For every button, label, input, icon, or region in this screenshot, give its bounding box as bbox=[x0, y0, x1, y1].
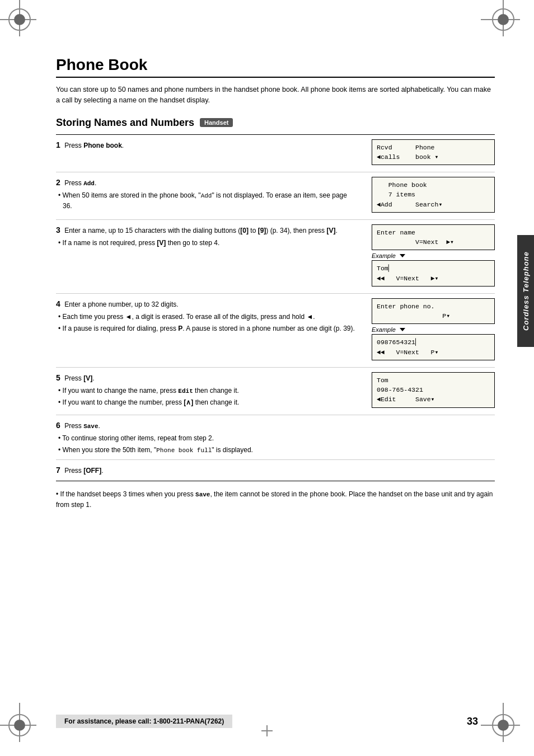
step-3-lcd-top: Enter name V=Next ►▾ bbox=[372, 224, 495, 251]
step-6-title: 6 Press Save. bbox=[56, 420, 358, 431]
step-5-bullet-1: If you want to change the name, press Ed… bbox=[56, 386, 358, 396]
corner-registration-tr bbox=[486, 3, 531, 48]
step-1-title: 1 Press Phone book. bbox=[56, 139, 358, 151]
step-6-left: 6 Press Save. To continue storing other … bbox=[56, 420, 363, 456]
step-5-title: 5 Press [V]. bbox=[56, 372, 358, 384]
step-3-lcd-example: Tom▏ ◄◄ V=Next ►▾ bbox=[372, 260, 495, 287]
step-3-title: 3 Enter a name, up to 15 characters with… bbox=[56, 224, 358, 236]
step-4-left: 4 Enter a phone number, up to 32 digits.… bbox=[56, 298, 363, 363]
step-6-display-empty bbox=[372, 420, 495, 456]
step-5-left: 5 Press [V]. If you want to change the n… bbox=[56, 372, 363, 410]
step-4-title: 4 Enter a phone number, up to 32 digits. bbox=[56, 298, 358, 310]
step-3-example-label: Example bbox=[372, 252, 495, 259]
bottom-note: If the handset beeps 3 times when you pr… bbox=[56, 489, 495, 510]
step-2-title: 2 Press Add. bbox=[56, 177, 358, 189]
step-6-bullet-1: To continue storing other items, repeat … bbox=[56, 433, 358, 443]
step-1-row: 1 Press Phone book. Rcvd Phone ◄calls bo… bbox=[56, 135, 495, 173]
step-5-row: 5 Press [V]. If you want to change the n… bbox=[56, 368, 495, 415]
step-4-example-label: Example bbox=[372, 326, 495, 333]
step-5-display: Tom 098-765-4321 ◄Edit Save▾ bbox=[372, 372, 495, 410]
step-6-row: 6 Press Save. To continue storing other … bbox=[56, 415, 495, 461]
page-title: Phone Book bbox=[56, 56, 495, 74]
intro-text: You can store up to 50 names and phone n… bbox=[56, 84, 495, 106]
step-5-bullet-2: If you want to change the number, press … bbox=[56, 397, 358, 407]
step-3-row: 3 Enter a name, up to 15 characters with… bbox=[56, 220, 495, 294]
step-1-lcd: Rcvd Phone ◄calls book ▾ bbox=[372, 139, 495, 166]
handset-badge: Handset bbox=[200, 118, 233, 127]
step-2-display: Phone book 7 items ◄Add Search▾ bbox=[372, 177, 495, 215]
corner-registration-tl bbox=[3, 3, 48, 48]
step-1-display: Rcvd Phone ◄calls book ▾ bbox=[372, 139, 495, 168]
step-2-bullet-1: When 50 items are stored in the phone bo… bbox=[56, 190, 358, 211]
step-3-bullet-1: If a name is not required, press [V] the… bbox=[56, 238, 358, 248]
step-7-left: 7 Press [OFF]. bbox=[56, 464, 363, 476]
step-5-lcd: Tom 098-765-4321 ◄Edit Save▾ bbox=[372, 372, 495, 408]
step-4-display: Enter phone no. P▾ Example 0987654321▏ ◄… bbox=[372, 298, 495, 363]
section-heading-text: Storing Names and Numbers bbox=[56, 117, 194, 129]
section-heading: Storing Names and Numbers Handset bbox=[56, 117, 495, 129]
footer-assistance: For assistance, please call: 1-800-211-P… bbox=[56, 715, 232, 728]
step-2-lcd: Phone book 7 items ◄Add Search▾ bbox=[372, 177, 495, 213]
step-3-display: Enter name V=Next ►▾ Example Tom▏ ◄◄ V=N… bbox=[372, 224, 495, 289]
title-divider bbox=[56, 77, 495, 78]
main-content: Phone Book You can store up to 50 names … bbox=[56, 56, 506, 510]
step-4-bullet-2: If a pause is required for dialing, pres… bbox=[56, 323, 358, 334]
footer: For assistance, please call: 1-800-211-P… bbox=[0, 715, 534, 728]
step-4-bullet-1: Each time you press ◄, a digit is erased… bbox=[56, 312, 358, 322]
step-4-lcd-example: 0987654321▏ ◄◄ V=Next P▾ bbox=[372, 334, 495, 360]
page-number: 33 bbox=[467, 716, 478, 727]
step-6-bullet-2: When you store the 50th item, "Phone boo… bbox=[56, 445, 358, 456]
step-2-row: 2 Press Add. When 50 items are stored in… bbox=[56, 172, 495, 220]
side-tab-label: Cordless Telephone bbox=[517, 235, 534, 347]
steps-container: 1 Press Phone book. Rcvd Phone ◄calls bo… bbox=[56, 134, 495, 482]
step-7-title: 7 Press [OFF]. bbox=[56, 464, 358, 476]
step-7-row: 7 Press [OFF]. bbox=[56, 460, 495, 481]
step-4-lcd-top: Enter phone no. P▾ bbox=[372, 298, 495, 325]
step-3-left: 3 Enter a name, up to 15 characters with… bbox=[56, 224, 363, 289]
step-7-display-empty bbox=[372, 464, 495, 476]
step-4-row: 4 Enter a phone number, up to 32 digits.… bbox=[56, 294, 495, 368]
step-1-left: 1 Press Phone book. bbox=[56, 139, 363, 168]
step-2-left: 2 Press Add. When 50 items are stored in… bbox=[56, 177, 363, 215]
